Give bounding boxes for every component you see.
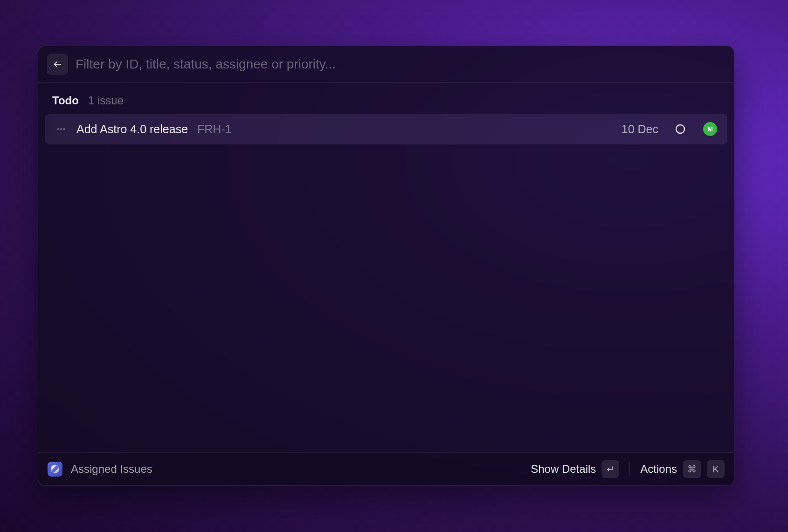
footer-context: Assigned Issues bbox=[71, 463, 522, 476]
results-body: Todo 1 issue Add Astro 4.0 release FRH-1… bbox=[38, 83, 734, 452]
back-button[interactable] bbox=[47, 54, 68, 75]
show-details-action[interactable]: Show Details ↵ bbox=[531, 460, 619, 478]
section-title: Todo bbox=[52, 94, 79, 107]
footer: Assigned Issues Show Details ↵ Actions ⌘… bbox=[38, 452, 734, 485]
svg-point-4 bbox=[676, 125, 684, 133]
actions-action[interactable]: Actions ⌘ K bbox=[640, 460, 725, 478]
linear-logo-icon bbox=[50, 464, 60, 474]
svg-point-2 bbox=[60, 128, 62, 130]
enter-key-icon: ↵ bbox=[601, 460, 619, 478]
svg-point-3 bbox=[63, 128, 65, 130]
issue-title: Add Astro 4.0 release bbox=[76, 123, 188, 136]
linear-app-icon bbox=[48, 462, 62, 477]
k-key-icon: K bbox=[707, 460, 725, 478]
todo-status-icon bbox=[675, 123, 686, 135]
actions-label: Actions bbox=[640, 463, 677, 476]
assignee-avatar: M bbox=[703, 122, 717, 136]
section-count: 1 issue bbox=[88, 94, 124, 107]
header bbox=[38, 46, 734, 83]
issue-date: 10 Dec bbox=[622, 123, 658, 136]
svg-point-1 bbox=[57, 128, 59, 130]
section-header: Todo 1 issue bbox=[45, 91, 727, 114]
no-priority-icon bbox=[56, 124, 66, 134]
arrow-left-icon bbox=[52, 59, 62, 69]
status-icon bbox=[674, 123, 686, 135]
priority-icon bbox=[55, 123, 67, 135]
issue-row[interactable]: Add Astro 4.0 release FRH-1 10 Dec M bbox=[45, 114, 727, 144]
show-details-label: Show Details bbox=[531, 463, 596, 476]
filter-input[interactable] bbox=[76, 57, 726, 72]
divider bbox=[629, 463, 630, 476]
command-palette: Todo 1 issue Add Astro 4.0 release FRH-1… bbox=[38, 46, 734, 486]
issue-id: FRH-1 bbox=[197, 123, 232, 136]
cmd-key-icon: ⌘ bbox=[683, 460, 701, 478]
